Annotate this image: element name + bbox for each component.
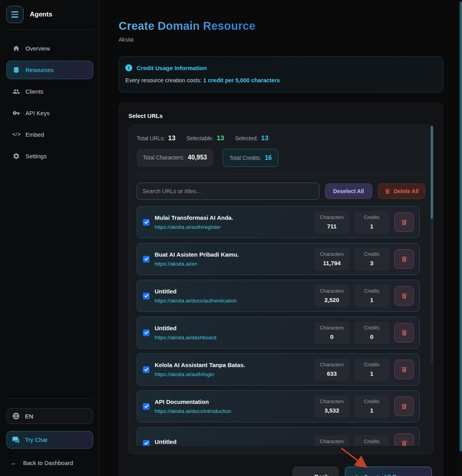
total-characters-label: Total Characters: [143, 154, 184, 161]
stat-total-urls: Total URLs: 13 [137, 134, 175, 142]
code-icon: </> [13, 131, 20, 138]
delete-url-button[interactable] [394, 286, 414, 306]
sidebar-item-resources[interactable]: Resources [6, 61, 93, 79]
url-list-item[interactable]: Untitled Characters Credits [137, 427, 420, 446]
database-icon [13, 66, 20, 74]
delete-url-button[interactable] [394, 249, 414, 269]
language-selector[interactable]: EN [6, 408, 93, 424]
plus-icon: + [354, 472, 359, 476]
back-button[interactable]: ← Back [292, 467, 339, 476]
try-chat-button[interactable]: Try Chat [6, 431, 93, 449]
stat-total-urls-value: 13 [168, 134, 175, 142]
stats-row: Total URLs: 13 Selectable: 13 Selected: … [137, 133, 425, 142]
sidebar-bottom: EN Try Chat ← Back to Dashboard [6, 393, 93, 470]
url-item-link: https://aksita.ai/docs/authentication [155, 298, 309, 304]
credit-info-highlight: 1 credit per 5,000 characters [203, 77, 280, 83]
sidebar-item-api-keys[interactable]: API Keys [6, 104, 93, 122]
footer-actions: ← Back + Create All Resources [128, 467, 433, 476]
app-title: Agents [30, 11, 52, 18]
sidebar-item-label: API Keys [25, 110, 50, 116]
url-list-item[interactable]: Kelola AI Assistant Tanpa Batas. https:/… [137, 353, 420, 386]
users-icon [13, 88, 20, 95]
url-list: Mulai Transformasi AI Anda. https://aksi… [137, 206, 425, 446]
search-row: Deselect All Delete All [137, 183, 425, 200]
credits-value: 1 [357, 223, 387, 230]
url-checkbox[interactable] [143, 366, 150, 373]
url-item-title: Untitled [155, 438, 309, 445]
sidebar-item-settings[interactable]: Settings [6, 147, 93, 165]
delete-url-button[interactable] [394, 396, 414, 416]
characters-value: 711 [317, 223, 347, 230]
trash-icon [401, 219, 408, 226]
create-all-resources-button[interactable]: + Create All Resources [345, 467, 432, 476]
url-item-title: Buat AI Asisten Pribadi Kamu. [155, 251, 309, 258]
try-chat-label: Try Chat [25, 436, 47, 443]
url-checkbox[interactable] [143, 440, 150, 446]
url-list-item[interactable]: API Documentation https://aksita.ai/docs… [137, 390, 420, 422]
url-checkbox[interactable] [143, 403, 150, 410]
credits-label: Credits [357, 215, 387, 220]
credits-label: Credits [357, 362, 387, 367]
url-list-item[interactable]: Untitled https://aksita.ai/docs/authenti… [137, 280, 420, 312]
delete-all-button[interactable]: Delete All [378, 183, 425, 199]
select-urls-card: Select URLs Total URLs: 13 Selectable: 1… [119, 103, 443, 476]
search-input[interactable] [137, 183, 319, 200]
stat-selected-value: 13 [261, 134, 269, 142]
credits-badge: Credits 1 [354, 395, 389, 418]
hamburger-icon [11, 11, 18, 18]
key-icon [13, 109, 20, 117]
credits-value: 1 [357, 370, 387, 377]
credits-value: 1 [357, 297, 387, 303]
delete-url-button[interactable] [394, 433, 414, 446]
stat-selectable: Selectable: 13 [186, 134, 224, 142]
url-list-item[interactable]: Buat AI Asisten Pribadi Kamu. https://ak… [137, 243, 420, 275]
back-to-dashboard-link[interactable]: ← Back to Dashboard [6, 459, 93, 470]
stat-selectable-value: 13 [217, 134, 224, 142]
trash-icon [401, 293, 408, 299]
credits-value: 3 [357, 260, 387, 266]
page-scrollbar [460, 0, 462, 476]
sidebar-item-embed[interactable]: </> Embed [6, 125, 93, 144]
sidebar-item-clients[interactable]: Clients [6, 82, 93, 101]
characters-label: Characters [317, 439, 347, 444]
stat-selectable-label: Selectable: [186, 135, 213, 141]
url-list-item[interactable]: Untitled https://aksita.ai/dashboard Cha… [137, 317, 420, 349]
deselect-all-button[interactable]: Deselect All [325, 183, 372, 199]
credits-value: 1 [357, 407, 387, 414]
characters-label: Characters [317, 288, 347, 294]
characters-badge: Characters 633 [314, 358, 349, 381]
credits-badge: Credits 3 [354, 248, 389, 270]
characters-label: Characters [317, 215, 347, 220]
url-checkbox[interactable] [143, 256, 150, 262]
list-scrollbar-thumb[interactable] [431, 126, 433, 219]
panel-divider [137, 174, 425, 175]
delete-url-button[interactable] [394, 212, 414, 232]
url-checkbox[interactable] [143, 219, 150, 226]
totals-row: Total Characters: 40,953 Total Credits: … [137, 149, 425, 167]
url-list-item[interactable]: Mulai Transformasi AI Anda. https://aksi… [137, 206, 420, 238]
trash-icon [401, 440, 408, 446]
sidebar-item-overview[interactable]: Overview [6, 39, 93, 58]
page-subtitle: Aksita [119, 36, 443, 43]
delete-url-button[interactable] [394, 360, 414, 379]
credit-info-text: Every resource creation costs: [125, 77, 203, 83]
hamburger-menu-button[interactable] [6, 6, 23, 23]
credit-info-body: Every resource creation costs: 1 credit … [125, 77, 437, 83]
stat-selected: Selected: 13 [235, 134, 268, 142]
info-icon: i [125, 64, 132, 71]
url-checkbox[interactable] [143, 293, 150, 299]
characters-badge: Characters 711 [314, 211, 349, 233]
trash-icon [401, 329, 408, 336]
arrow-left-icon: ← [10, 459, 17, 467]
main-content: Create Domain Resource Aksita i Credit U… [100, 0, 462, 476]
urls-panel: Total URLs: 13 Selectable: 13 Selected: … [128, 125, 433, 454]
characters-badge: Characters 0 [314, 322, 349, 344]
url-item-title: Untitled [155, 325, 309, 331]
delete-url-button[interactable] [394, 323, 414, 342]
trash-icon [401, 366, 408, 373]
trash-icon [384, 188, 390, 194]
credits-badge: Credits 0 [354, 322, 389, 344]
url-checkbox[interactable] [143, 329, 150, 336]
page-scrollbar-thumb[interactable] [460, 2, 462, 451]
credits-label: Credits [357, 288, 387, 294]
